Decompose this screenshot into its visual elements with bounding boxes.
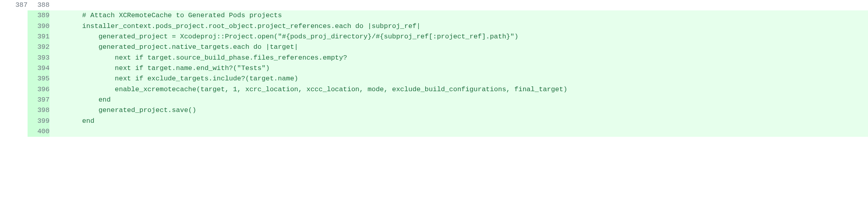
new-line-number: 395 <box>28 74 50 84</box>
diff-table-body: 387388389 # Attach XCRemoteCache to Gene… <box>0 0 868 137</box>
new-line-number: 399 <box>28 116 50 126</box>
new-line-number: 400 <box>28 126 50 137</box>
old-line-number <box>6 53 28 63</box>
code-line[interactable]: # Attach XCRemoteCache to Generated Pods… <box>50 10 868 21</box>
row-gutter <box>0 95 6 105</box>
row-gutter <box>0 10 6 21</box>
diff-row[interactable]: 392 generated_project.native_targets.eac… <box>0 42 868 52</box>
diff-row[interactable]: 395 next if exclude_targets.include?(tar… <box>0 74 868 84</box>
old-line-number <box>6 42 28 52</box>
diff-row[interactable]: 391 generated_project = Xcodeproj::Proje… <box>0 32 868 42</box>
row-gutter <box>0 116 6 126</box>
diff-row[interactable]: 397 end <box>0 95 868 105</box>
new-line-number: 392 <box>28 42 50 52</box>
diff-row[interactable]: 400 <box>0 126 868 137</box>
row-gutter <box>0 74 6 84</box>
diff-row[interactable]: 387388 <box>0 0 868 10</box>
new-line-number: 393 <box>28 53 50 63</box>
diff-row[interactable]: 390 installer_context.pods_project.root_… <box>0 21 868 32</box>
old-line-number <box>6 63 28 74</box>
new-line-number: 397 <box>28 95 50 105</box>
new-line-number: 390 <box>28 21 50 32</box>
diff-row[interactable]: 393 next if target.source_build_phase.fi… <box>0 53 868 63</box>
diff-row[interactable]: 394 next if target.name.end_with?("Tests… <box>0 63 868 74</box>
diff-row[interactable]: 389 # Attach XCRemoteCache to Generated … <box>0 10 868 21</box>
diff-row[interactable]: 398 generated_project.save() <box>0 105 868 116</box>
code-line[interactable]: end <box>50 95 868 105</box>
row-gutter <box>0 21 6 32</box>
new-line-number: 389 <box>28 10 50 21</box>
row-gutter <box>0 32 6 42</box>
row-gutter <box>0 0 6 10</box>
old-line-number <box>6 32 28 42</box>
code-line[interactable]: enable_xcremotecache(target, 1, xcrc_loc… <box>50 84 868 95</box>
code-line[interactable]: generated_project = Xcodeproj::Project.o… <box>50 32 868 42</box>
old-line-number <box>6 21 28 32</box>
code-line[interactable]: next if exclude_targets.include?(target.… <box>50 74 868 84</box>
old-line-number <box>6 84 28 95</box>
code-line[interactable]: generated_project.save() <box>50 105 868 116</box>
code-line[interactable]: next if target.name.end_with?("Tests") <box>50 63 868 74</box>
row-gutter <box>0 63 6 74</box>
code-line[interactable]: next if target.source_build_phase.files_… <box>50 53 868 63</box>
old-line-number <box>6 126 28 137</box>
diff-row[interactable]: 396 enable_xcremotecache(target, 1, xcrc… <box>0 84 868 95</box>
code-line[interactable]: generated_project.native_targets.each do… <box>50 42 868 52</box>
old-line-number <box>6 95 28 105</box>
code-line[interactable] <box>50 0 868 10</box>
new-line-number: 391 <box>28 32 50 42</box>
code-line[interactable] <box>50 126 868 137</box>
code-line[interactable]: installer_context.pods_project.root_obje… <box>50 21 868 32</box>
old-line-number <box>6 116 28 126</box>
row-gutter <box>0 53 6 63</box>
diff-table: 387388389 # Attach XCRemoteCache to Gene… <box>0 0 868 137</box>
diff-row[interactable]: 399 end <box>0 116 868 126</box>
new-line-number: 388 <box>28 0 50 10</box>
row-gutter <box>0 105 6 116</box>
new-line-number: 396 <box>28 84 50 95</box>
old-line-number <box>6 105 28 116</box>
row-gutter <box>0 42 6 52</box>
new-line-number: 394 <box>28 63 50 74</box>
old-line-number <box>6 10 28 21</box>
row-gutter <box>0 126 6 137</box>
new-line-number: 398 <box>28 105 50 116</box>
code-line[interactable]: end <box>50 116 868 126</box>
old-line-number <box>6 74 28 84</box>
old-line-number: 387 <box>6 0 28 10</box>
row-gutter <box>0 84 6 95</box>
